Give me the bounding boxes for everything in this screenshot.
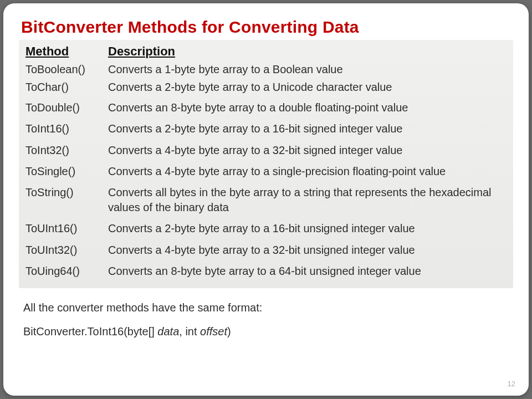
- table-row: ToInt32() Converts a 4-byte byte array t…: [23, 140, 509, 161]
- code-example: BitConverter.ToInt16(byte[] data, int of…: [23, 325, 513, 338]
- cell-description: Converts an 8-byte byte array to a doubl…: [106, 97, 509, 118]
- table-row: ToString() Converts all bytes in the byt…: [23, 182, 509, 218]
- table-row: ToUInt32() Converts a 4-byte byte array …: [23, 239, 509, 260]
- table-row: ToUInt16() Converts a 2-byte byte array …: [23, 218, 509, 239]
- cell-method: ToUing64(): [23, 260, 106, 282]
- cell-description: Converts a 4-byte byte array to a single…: [106, 161, 509, 182]
- table-row: ToUing64() Converts an 8-byte byte array…: [23, 260, 509, 282]
- cell-method: ToInt16(): [23, 118, 106, 139]
- table-row: ToBoolean() Converts a 1-byte byte array…: [23, 61, 509, 79]
- table-row: ToDouble() Converts an 8-byte byte array…: [23, 97, 509, 118]
- code-suffix: ): [227, 325, 231, 337]
- code-param-offset: offset: [200, 325, 227, 337]
- cell-method: ToUInt32(): [23, 239, 106, 260]
- code-mid: , int: [179, 325, 200, 337]
- cell-method: ToString(): [23, 182, 106, 218]
- cell-description: Converts a 4-byte byte array to a 32-bit…: [106, 239, 509, 260]
- cell-description: Converts a 2-byte byte array to a 16-bit…: [106, 218, 509, 239]
- header-description: Description: [106, 43, 509, 61]
- code-param-data: data: [157, 325, 179, 337]
- table-header-row: Method Description: [23, 43, 509, 61]
- cell-method: ToUInt16(): [23, 218, 106, 239]
- cell-method: ToDouble(): [23, 97, 106, 118]
- cell-description: Converts a 2-byte byte array to a Unicod…: [106, 79, 509, 96]
- table-row: ToSingle() Converts a 4-byte byte array …: [23, 161, 509, 182]
- cell-description: Converts a 1-byte byte array to a Boolea…: [106, 61, 509, 79]
- header-method: Method: [23, 43, 106, 61]
- table-row: ToChar() Converts a 2-byte byte array to…: [23, 79, 509, 96]
- slide-container: BitConverter Methods for Converting Data…: [0, 0, 532, 399]
- cell-method: ToBoolean(): [23, 61, 106, 79]
- methods-table-area: Method Description ToBoolean() Converts …: [19, 40, 513, 288]
- notes-area: All the converter methods have the same …: [23, 301, 513, 338]
- page-number: 12: [508, 380, 515, 388]
- code-prefix: BitConverter.ToInt16(byte[]: [23, 325, 157, 337]
- cell-description: Converts an 8-byte byte array to a 64-bi…: [106, 260, 509, 282]
- cell-description: Converts a 4-byte byte array to a 32-bit…: [106, 140, 509, 161]
- cell-method: ToChar(): [23, 79, 106, 96]
- cell-description: Converts all bytes in the byte array to …: [106, 182, 509, 218]
- cell-method: ToSingle(): [23, 161, 106, 182]
- slide: BitConverter Methods for Converting Data…: [3, 3, 529, 396]
- cell-method: ToInt32(): [23, 140, 106, 161]
- slide-title: BitConverter Methods for Converting Data: [21, 18, 513, 37]
- table-row: ToInt16() Converts a 2-byte byte array t…: [23, 118, 509, 139]
- cell-description: Converts a 2-byte byte array to a 16-bit…: [106, 118, 509, 139]
- methods-table: Method Description ToBoolean() Converts …: [23, 43, 509, 282]
- note-line: All the converter methods have the same …: [23, 301, 513, 314]
